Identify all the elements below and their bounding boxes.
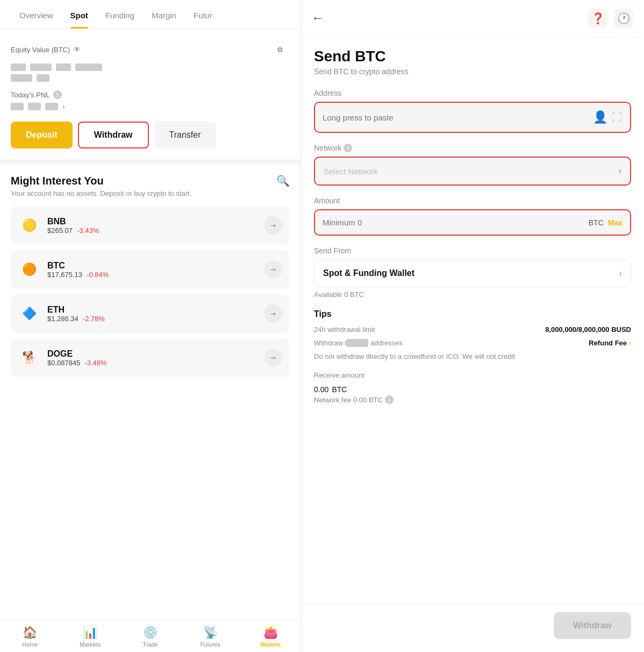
markets-icon: 📊 bbox=[83, 626, 97, 640]
pnl-blurred-1 bbox=[11, 103, 24, 110]
nav-home[interactable]: 🏠 Home bbox=[0, 620, 60, 652]
clock-icon: 🕐 bbox=[617, 12, 631, 25]
pnl-info-icon[interactable]: i bbox=[53, 90, 62, 99]
nav-wallets-label: Wallets bbox=[260, 641, 281, 648]
network-fee-text: Network fee 0.00 BTC i bbox=[314, 395, 631, 404]
amount-input[interactable] bbox=[323, 218, 584, 227]
available-balance: Available 0 BTC bbox=[314, 290, 631, 299]
bnb-name: BNB bbox=[47, 217, 256, 226]
bnb-arrow-icon[interactable]: → bbox=[264, 216, 282, 235]
settings-icon: ⚙ bbox=[277, 46, 283, 54]
action-buttons: Deposit Withdraw Transfer bbox=[0, 116, 300, 159]
visibility-toggle-icon[interactable]: 👁 bbox=[73, 45, 81, 54]
nav-wallets[interactable]: 👛 Wallets bbox=[240, 620, 300, 652]
equity-label-text: Equity Value (BTC) bbox=[11, 46, 70, 54]
tab-bar: Overview Spot Funding Margin Futur bbox=[0, 0, 300, 29]
bnb-price: $265.07 bbox=[47, 226, 73, 235]
tab-funding[interactable]: Funding bbox=[97, 0, 143, 29]
home-icon: 🏠 bbox=[23, 626, 37, 640]
transfer-button[interactable]: Transfer bbox=[154, 122, 216, 148]
pnl-blurred-2 bbox=[28, 103, 41, 110]
tip-key-withdraw: Withdraw t addresses bbox=[314, 339, 403, 347]
eth-arrow-icon[interactable]: → bbox=[264, 304, 282, 323]
tab-futures[interactable]: Futur bbox=[185, 0, 221, 29]
doge-name: DOGE bbox=[47, 349, 256, 359]
withdraw-button[interactable]: Withdraw bbox=[78, 122, 149, 148]
asset-item-doge[interactable]: 🐕 DOGE $0.087845 -3.48% → bbox=[11, 338, 290, 377]
pnl-chevron-icon[interactable]: › bbox=[62, 102, 65, 111]
address-label: Address bbox=[314, 89, 631, 97]
blurred-value-2 bbox=[30, 63, 52, 71]
tip-row-addresses: Withdraw t addresses Refund Fee › bbox=[314, 339, 631, 347]
wallets-icon: 👛 bbox=[263, 626, 278, 640]
blurred-value-3 bbox=[56, 63, 71, 71]
blurred-subval-1 bbox=[11, 74, 32, 82]
tip-key-limit: 24h withdrawal limit bbox=[314, 325, 375, 334]
btc-name: BTC bbox=[47, 261, 256, 271]
right-bottom: Withdraw bbox=[301, 603, 644, 652]
eth-logo: 🔷 bbox=[18, 303, 40, 324]
scan-icon[interactable]: ⛶ bbox=[612, 111, 622, 124]
send-from-chevron-icon: › bbox=[619, 268, 622, 278]
send-title: Send BTC bbox=[314, 48, 631, 65]
network-placeholder-text: Select Network bbox=[324, 167, 619, 176]
address-field[interactable]: 👤 ⛶ bbox=[314, 102, 631, 133]
tab-spot[interactable]: Spot bbox=[62, 0, 97, 29]
blurred-value-4 bbox=[75, 63, 102, 71]
nav-trade[interactable]: 💿 Trade bbox=[120, 620, 181, 652]
max-button[interactable]: Max bbox=[608, 218, 622, 227]
contact-icon[interactable]: 👤 bbox=[593, 110, 607, 124]
clock-icon-btn[interactable]: 🕐 bbox=[614, 9, 633, 28]
deposit-button[interactable]: Deposit bbox=[11, 122, 73, 148]
tip-note: Do not withdraw directly to a crowdfund … bbox=[314, 352, 631, 360]
withdraw-submit-button[interactable]: Withdraw bbox=[554, 612, 631, 639]
address-input[interactable] bbox=[323, 113, 589, 122]
tips-section: Tips 24h withdrawal limit 8,000,000/8,00… bbox=[314, 309, 631, 360]
asset-item-btc[interactable]: 🟠 BTC $17,675.13 -0.84% → bbox=[11, 250, 290, 289]
nav-markets[interactable]: 📊 Markets bbox=[60, 620, 120, 652]
tip-row-withdrawal-limit: 24h withdrawal limit 8,000,000/8,000,000… bbox=[314, 325, 631, 334]
eth-price: $1,286.34 bbox=[47, 315, 78, 323]
bnb-logo: 🟡 bbox=[18, 215, 40, 236]
doge-price: $0.087845 bbox=[47, 359, 80, 367]
blurred-value-1 bbox=[11, 63, 26, 71]
pnl-label-text: Today's PNL bbox=[11, 91, 50, 99]
bnb-change: -3.43% bbox=[77, 226, 99, 235]
receive-label: Receive amount bbox=[314, 371, 631, 379]
send-from-selector[interactable]: Spot & Funding Wallet › bbox=[314, 259, 631, 287]
help-icon: ❓ bbox=[591, 12, 605, 25]
asset-list: 🟡 BNB $265.07 -3.43% → 🟠 BTC $17,675.13 bbox=[11, 206, 290, 381]
fee-info-icon[interactable]: i bbox=[385, 395, 393, 404]
tab-overview[interactable]: Overview bbox=[11, 0, 62, 29]
btc-change: -0.84% bbox=[87, 271, 109, 279]
asset-item-bnb[interactable]: 🟡 BNB $265.07 -3.43% → bbox=[11, 206, 290, 245]
refund-fee-link[interactable]: Refund Fee › bbox=[589, 339, 631, 347]
asset-item-eth[interactable]: 🔷 ETH $1,286.34 -2.78% → bbox=[11, 294, 290, 333]
back-button[interactable]: ← bbox=[312, 11, 324, 25]
eth-name: ETH bbox=[47, 305, 256, 315]
doge-arrow-icon[interactable]: → bbox=[264, 349, 282, 367]
send-from-wallet-text: Spot & Funding Wallet bbox=[323, 268, 619, 278]
send-subtitle: Send BTC to crypto address bbox=[314, 67, 631, 76]
doge-logo: 🐕 bbox=[18, 347, 40, 368]
nav-futures[interactable]: 📡 Futures bbox=[180, 620, 240, 652]
nav-home-label: Home bbox=[22, 641, 38, 648]
amount-label: Amount bbox=[314, 196, 631, 205]
doge-change: -3.48% bbox=[84, 359, 106, 367]
amount-field[interactable]: BTC Max bbox=[314, 209, 631, 236]
left-panel: Overview Spot Funding Margin Futur Equit… bbox=[0, 0, 301, 652]
send-from-label: Send From bbox=[314, 246, 631, 255]
tab-margin[interactable]: Margin bbox=[143, 0, 185, 29]
search-icon[interactable]: 🔍 bbox=[276, 174, 290, 187]
network-selector[interactable]: Select Network › bbox=[314, 157, 631, 186]
network-chevron-icon: › bbox=[619, 166, 621, 176]
nav-markets-label: Markets bbox=[80, 641, 101, 648]
network-info-icon[interactable]: i bbox=[344, 144, 352, 152]
help-icon-btn[interactable]: ❓ bbox=[588, 9, 607, 28]
right-panel: ← ❓ 🕐 Send BTC Send BTC to crypto addres… bbox=[301, 0, 644, 652]
btc-arrow-icon[interactable]: → bbox=[264, 260, 282, 279]
receive-amount: 0.00 BTC bbox=[314, 381, 631, 395]
futures-icon: 📡 bbox=[203, 626, 218, 640]
right-header: ← ❓ 🕐 bbox=[301, 0, 644, 37]
settings-icon-btn[interactable]: ⚙ bbox=[270, 40, 290, 59]
